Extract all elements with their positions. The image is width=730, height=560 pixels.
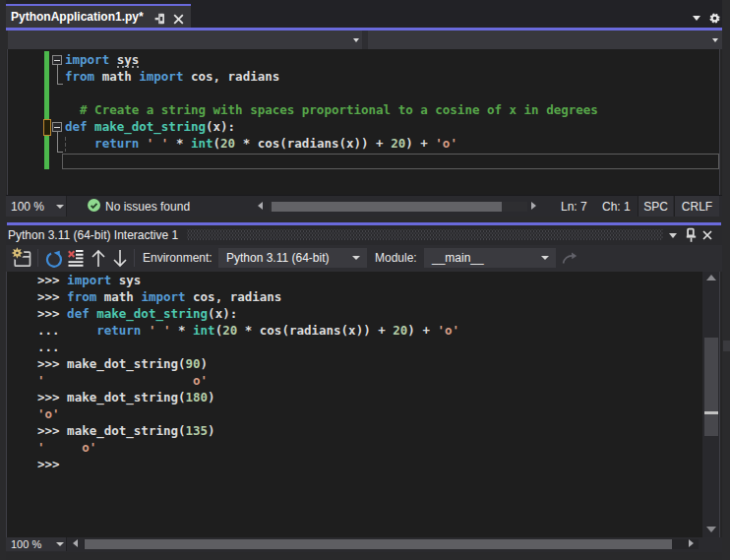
- repl-hscroll-left-arrow-icon[interactable]: [73, 539, 78, 547]
- code-token: >>> make_dot_string(: [37, 390, 186, 404]
- sys-dotted-underline: [117, 66, 140, 68]
- repl-close-icon[interactable]: [701, 229, 713, 241]
- editor-hscrollbar[interactable]: [270, 202, 527, 212]
- code-token: (x):: [208, 306, 237, 321]
- repl-title-bar[interactable]: Python 3.11 (64-bit) Interactive 1: [0, 225, 730, 245]
- code-token: 90: [186, 356, 201, 371]
- code-token: [141, 323, 149, 338]
- code-token: ...: [37, 323, 96, 338]
- code-line: >>> make_dot_string(180): [37, 389, 215, 405]
- code-token: [65, 136, 94, 151]
- environment-label: Environment:: [143, 251, 213, 265]
- repl-hscroll-right-arrow-icon[interactable]: [689, 539, 694, 547]
- code-token: from: [65, 69, 94, 84]
- fold-minus-icon: [54, 60, 60, 61]
- environment-chevron-icon: [352, 256, 360, 260]
- code-token: ): [208, 423, 215, 438]
- nav-members-dropdown[interactable]: [368, 31, 722, 49]
- code-token: ): [201, 356, 209, 371]
- document-list-chevron-icon[interactable]: [693, 16, 700, 21]
- code-editor[interactable]: import sysfrom math import cos, radians …: [0, 49, 730, 195]
- editor-status-bar: 100 % No issues found Ln: 7 Ch: 1 SPC CR…: [0, 195, 730, 217]
- visual-studio-window: PythonApplication1.py*: [0, 0, 730, 560]
- hscroll-left-arrow-icon[interactable]: [258, 202, 263, 210]
- code-line: >>>: [37, 456, 60, 472]
- code-token: import: [67, 273, 111, 287]
- code-line: >>> def make_dot_string(x):: [37, 305, 237, 322]
- status-line-number: Ln: 7: [561, 200, 587, 214]
- repl-output-area[interactable]: >>> import sys>>> from math import cos, …: [0, 272, 730, 537]
- nav-types-dropdown[interactable]: [8, 31, 362, 49]
- status-spaces-mode[interactable]: SPC: [638, 196, 673, 217]
- repl-hscrollbar[interactable]: [84, 539, 699, 549]
- fold-collapse-box-1[interactable]: [52, 55, 62, 65]
- code-line: >>> import sys: [37, 272, 141, 288]
- environment-dropdown[interactable]: Python 3.11 (64-bit): [218, 248, 367, 268]
- hscroll-right-arrow-icon[interactable]: [531, 202, 536, 210]
- repl-vscrollbar-thumb[interactable]: [704, 338, 718, 436]
- document-tab-strip: PythonApplication1.py*: [0, 0, 730, 31]
- code-token: ' o': [37, 440, 96, 455]
- editor-hscrollbar-thumb[interactable]: [272, 202, 502, 212]
- code-token: 135: [186, 423, 209, 438]
- zoom-chevron-icon: [56, 205, 64, 209]
- code-token: int: [191, 136, 213, 151]
- repl-zoom-control[interactable]: 100 %: [6, 537, 67, 551]
- repl-hscrollbar-thumb[interactable]: [85, 539, 672, 549]
- gear-icon[interactable]: [708, 12, 721, 25]
- code-token: >>>: [37, 289, 67, 304]
- repl-zoom-chevron-icon: [56, 542, 64, 546]
- module-dropdown[interactable]: __main__: [424, 248, 556, 268]
- window-right-frame: [722, 0, 730, 560]
- repl-pin-icon[interactable]: [685, 227, 698, 243]
- code-token: 'o': [37, 406, 60, 421]
- new-interactive-window-icon[interactable]: [10, 245, 33, 269]
- status-line-ending[interactable]: CRLF: [674, 196, 719, 217]
- code-token: >>> make_dot_string(: [37, 423, 186, 438]
- history-previous-icon[interactable]: [91, 249, 106, 268]
- code-line: >>> make_dot_string(90): [37, 355, 208, 372]
- code-token: ' ': [147, 136, 169, 151]
- code-token: cos, radians: [183, 69, 279, 84]
- window-edge-notch: [723, 341, 730, 351]
- repl-title: Python 3.11 (64-bit) Interactive 1: [8, 228, 178, 242]
- code-token: * cos(radians(x)) +: [237, 323, 393, 338]
- code-line: ' o': [37, 439, 96, 456]
- code-token: make_dot_string: [96, 306, 208, 321]
- window-menu-chevron-icon[interactable]: [669, 233, 677, 238]
- code-token: [88, 119, 95, 134]
- code-token: >>>: [37, 306, 67, 321]
- code-token: def: [65, 119, 88, 134]
- issues-status-text: No issues found: [105, 200, 190, 214]
- status-line-ending-label: CRLF: [682, 200, 712, 214]
- code-token: 20: [393, 323, 407, 338]
- code-token: [109, 52, 117, 67]
- zoom-control[interactable]: 100 %: [6, 196, 67, 217]
- zoom-level: 100 %: [11, 200, 44, 214]
- fold-collapse-box-2[interactable]: [52, 122, 62, 132]
- vscroll-up-arrow-icon[interactable]: [706, 275, 716, 280]
- repl-zoom-level: 100 %: [11, 538, 41, 550]
- code-line: # Create a string with spaces proportion…: [65, 101, 598, 118]
- code-token: int: [193, 323, 215, 338]
- repl-vscrollbar[interactable]: [702, 272, 719, 537]
- vscroll-down-arrow-icon[interactable]: [706, 527, 716, 532]
- repl-bottom-bar: 100 %: [0, 537, 730, 552]
- code-token: ' o': [37, 373, 208, 388]
- code-line: from math import cos, radians: [65, 68, 279, 85]
- code-line: ' o': [37, 372, 208, 389]
- status-spaces-label: SPC: [643, 200, 668, 214]
- clear-screen-icon[interactable]: [66, 249, 86, 268]
- code-token: sys: [111, 273, 141, 287]
- fold-region-line-1: [57, 65, 58, 84]
- pin-icon[interactable]: [154, 13, 166, 26]
- document-tab[interactable]: PythonApplication1.py*: [6, 4, 191, 28]
- reset-repl-icon[interactable]: [45, 249, 64, 268]
- history-next-icon[interactable]: [112, 249, 128, 268]
- code-token: 'o': [437, 323, 459, 338]
- environment-value: Python 3.11 (64-bit): [226, 251, 330, 265]
- code-token: [139, 136, 147, 151]
- code-token: *: [170, 323, 193, 338]
- close-icon[interactable]: [173, 14, 184, 25]
- track-changes-unsaved-marker: [43, 119, 51, 136]
